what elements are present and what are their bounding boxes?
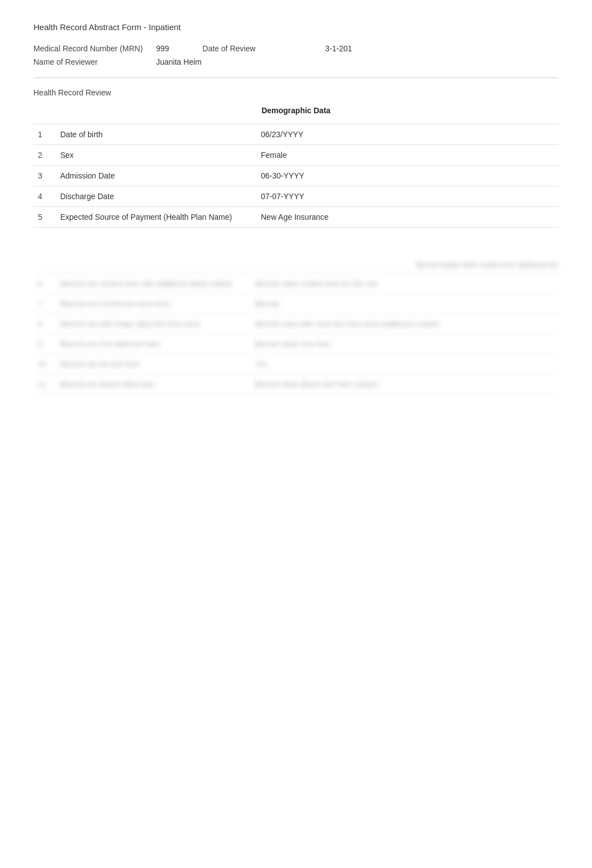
table-row: 4 Discharge Date 07-07-YYYY [33,186,559,207]
blurred-table-row: 9 Blurred row nine label text here Blurr… [33,334,559,354]
blurred-row-label: Blurred row content here with additional… [56,274,251,294]
row-label: Date of birth [56,124,256,145]
blurred-row-number: 9 [33,334,56,354]
row-value: 07-07-YYYY [256,186,559,207]
demographic-section: Demographic Data 1 Date of birth 06/23/Y… [33,106,559,228]
date-of-review-label: Date of Review [202,44,325,53]
blurred-row-label: Blurred row nine label text here [56,334,251,354]
blurred-table-row: 10 Blurred row ten text here Yes [33,354,559,374]
row-label: Discharge Date [56,186,256,207]
blurred-table-row: 11 Blurred row eleven label here Blurred… [33,374,559,394]
table-row: 3 Admission Date 06-30-YYYY [33,166,559,186]
date-of-review-value: 3-1-201 [325,44,352,53]
reviewer-row: Name of Reviewer Juanita Heim [33,57,559,66]
blurred-row-value: Blurred [251,294,559,314]
blurred-row-label: Blurred row content two lines here [56,294,251,314]
row-label: Expected Source of Payment (Health Plan … [56,207,256,228]
separator-1 [33,78,559,78]
row-value: 06/23/YYYY [256,124,559,145]
demographics-table: 1 Date of birth 06/23/YYYY 2 Sex Female … [33,124,559,228]
blurred-table: 6 Blurred row content here with addition… [33,273,559,394]
row-value: 06-30-YYYY [256,166,559,186]
row-number: 4 [33,186,56,207]
table-row: 5 Expected Source of Payment (Health Pla… [33,207,559,228]
row-number: 2 [33,145,56,166]
blurred-row-value: Blurred value nine here [251,334,559,354]
blurred-row-number: 7 [33,294,56,314]
blurred-row-number: 11 [33,374,56,394]
blurred-table-row: 6 Blurred row content here with addition… [33,274,559,294]
blurred-section: Blurred header label content here additi… [33,261,559,394]
row-value: Female [256,145,559,166]
blurred-row-number: 8 [33,314,56,334]
table-row: 1 Date of birth 06/23/YYYY [33,124,559,145]
blurred-table-row: 8 Blurred row with longer label text her… [33,314,559,334]
row-number: 5 [33,207,56,228]
row-label: Sex [56,145,256,166]
table-row: 2 Sex Female [33,145,559,166]
blurred-row-label: Blurred row ten text here [56,354,251,374]
blurred-row-label: Blurred row with longer label text here … [56,314,251,334]
subsection-title: Demographic Data [33,106,559,115]
blurred-row-value: Blurred value content here for this row [251,274,559,294]
header-section: Health Record Abstract Form - Inpatient … [33,22,559,66]
reviewer-value: Juanita Heim [156,57,202,66]
row-value: New Age Insurance [256,207,559,228]
blurred-row-number: 6 [33,274,56,294]
blurred-row-value: Blurred value with more text here extra … [251,314,559,334]
mrn-value: 999 [156,44,169,53]
blurred-row-label: Blurred row eleven label here [56,374,251,394]
blurred-header-text: Blurred header label content here additi… [416,261,559,269]
row-label: Admission Date [56,166,256,186]
mrn-label: Medical Record Number (MRN) [33,44,156,53]
section-title: Health Record Review [33,88,559,97]
form-title-row: Health Record Abstract Form - Inpatient [33,22,559,40]
blurred-row-value: Yes [251,354,559,374]
blurred-row-value: Blurred value eleven text here content [251,374,559,394]
row-number: 1 [33,124,56,145]
reviewer-label: Name of Reviewer [33,57,156,66]
row-number: 3 [33,166,56,186]
blurred-table-row: 7 Blurred row content two lines here Blu… [33,294,559,314]
form-title: Health Record Abstract Form - Inpatient [33,22,181,32]
blurred-header: Blurred header label content here additi… [33,261,559,269]
mrn-row: Medical Record Number (MRN) 999 Date of … [33,44,559,53]
blurred-row-number: 10 [33,354,56,374]
